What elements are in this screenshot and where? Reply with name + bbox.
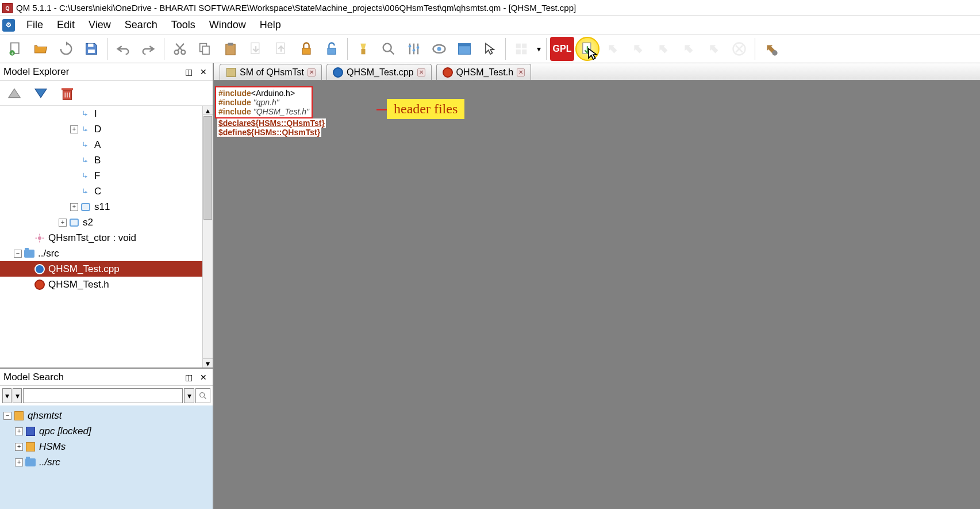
arrow-icon [80, 155, 91, 166]
cut-button[interactable] [168, 37, 192, 61]
scroll-down-icon[interactable]: ▾ [203, 358, 213, 368]
tree-item-a[interactable]: A [0, 137, 213, 152]
svg-rect-40 [62, 88, 73, 90]
tree-scrollbar[interactable]: ▴ ▾ [202, 106, 213, 368]
grid-button[interactable] [509, 37, 533, 61]
model-search-header: Model Search ◫ ✕ [0, 369, 213, 386]
redo-button[interactable] [136, 37, 160, 61]
panel-close-icon[interactable]: ✕ [198, 66, 209, 78]
build-button-5[interactable] [702, 37, 726, 61]
copy-button[interactable] [193, 37, 217, 61]
view-button[interactable] [427, 37, 451, 61]
nav-down-icon[interactable] [30, 82, 52, 104]
panel-close-icon[interactable]: ✕ [198, 372, 209, 383]
menu-search[interactable]: Search [118, 17, 164, 33]
scroll-up-icon[interactable]: ▴ [203, 106, 213, 115]
tab-sm-of-qhsmtst[interactable]: SM of QHsmTst✕ [220, 64, 322, 80]
tab-close-icon[interactable]: ✕ [308, 68, 316, 76]
tree-expander-icon[interactable]: + [15, 427, 23, 435]
tree-item-c[interactable]: C [0, 183, 213, 199]
tree-item-qhsm-test-h[interactable]: QHSM_Test.h [0, 277, 213, 292]
search-item-qhsmtst[interactable]: −qhsmtst [1, 408, 212, 423]
generate-code-button[interactable] [575, 37, 599, 61]
build-button-2[interactable] [626, 37, 650, 61]
tree-expander-icon[interactable]: − [14, 250, 22, 258]
tree-expander-icon[interactable]: + [70, 203, 78, 211]
menu-window[interactable]: Window [202, 17, 253, 33]
header-files-box: #include<Arduino.h> #include "qpn.h" #in… [215, 86, 313, 118]
search-tree[interactable]: −qhsmtst+qpc [locked]+HSMs+../src [0, 405, 213, 509]
search-go-button[interactable] [195, 388, 210, 403]
menu-view[interactable]: View [82, 17, 118, 33]
cancel-build-button[interactable] [727, 37, 751, 61]
new-button[interactable]: + [3, 37, 28, 61]
tree-expander-icon[interactable]: + [15, 443, 23, 451]
menu-edit[interactable]: Edit [50, 17, 82, 33]
tree-expander-icon[interactable]: − [3, 412, 11, 420]
svg-point-49 [200, 393, 205, 397]
scroll-thumb[interactable] [203, 116, 212, 220]
panel-restore-icon[interactable]: ◫ [183, 372, 194, 383]
h-icon [443, 67, 453, 78]
gpl-button[interactable]: GPL [550, 37, 574, 61]
build-button-4[interactable] [677, 37, 701, 61]
tree-item-qhsm-test-cpp[interactable]: QHSM_Test.cpp [0, 261, 213, 277]
svg-rect-30 [516, 43, 521, 48]
search-item-hsms[interactable]: +HSMs [1, 439, 212, 454]
grid-dropdown[interactable]: ▾ [535, 44, 543, 53]
tree-expander-icon[interactable]: + [59, 219, 67, 227]
delete-icon[interactable] [56, 82, 78, 104]
panel-button[interactable] [452, 37, 476, 61]
menu-tools[interactable]: Tools [164, 17, 202, 33]
search-dropdown-icon[interactable]: ▾ [184, 388, 194, 403]
tree-item-d[interactable]: +D [0, 121, 213, 137]
search-input[interactable] [23, 388, 183, 403]
import-button[interactable] [244, 37, 268, 61]
nav-up-icon[interactable] [3, 82, 25, 104]
tab-label: QHSM_Test.cpp [347, 67, 413, 78]
tree-item-qhsmtst-ctor---void[interactable]: QHsmTst_ctor : void [0, 230, 213, 246]
search-next-icon[interactable]: ▾ [13, 388, 22, 403]
tree-item-s11[interactable]: +s11 [0, 199, 213, 215]
refresh-button[interactable] [54, 37, 78, 61]
tree-item-b[interactable]: B [0, 152, 213, 168]
editor-content[interactable]: #include<Arduino.h> #include "qpn.h" #in… [214, 81, 980, 509]
panel-restore-icon[interactable]: ◫ [183, 66, 194, 78]
tree-item-i[interactable]: I [0, 106, 213, 121]
model-tree[interactable]: I+DABFC+s11+s2QHsmTst_ctor : void−../src… [0, 106, 213, 368]
toolbar-separator [505, 38, 506, 60]
lock-button[interactable] [294, 37, 318, 61]
app-icon: Q [2, 3, 13, 13]
tree-item-label: s11 [94, 201, 110, 213]
tree-item-f[interactable]: F [0, 168, 213, 183]
tab-qhsm-test-cpp[interactable]: QHSM_Test.cpp✕ [326, 64, 431, 80]
code-string: "QHSM_Test.h" [253, 107, 309, 116]
open-button[interactable] [29, 37, 53, 61]
search-item-qpc--locked-[interactable]: +qpc [locked] [1, 423, 212, 439]
tool-settings-button[interactable] [759, 37, 783, 61]
select-button[interactable] [478, 37, 502, 61]
paste-button[interactable] [218, 37, 243, 61]
tab-close-icon[interactable]: ✕ [417, 68, 425, 76]
tab-qhsm-test-h[interactable]: QHSM_Test.h✕ [436, 64, 532, 80]
unlock-button[interactable] [320, 37, 344, 61]
build-button-3[interactable] [651, 37, 675, 61]
code-keyword: #include [218, 98, 251, 107]
save-button[interactable] [79, 37, 103, 61]
tree-item-s2[interactable]: +s2 [0, 215, 213, 230]
menu-file[interactable]: File [20, 17, 50, 33]
export-button[interactable] [269, 37, 293, 61]
zoom-button[interactable] [376, 37, 401, 61]
tree-item-label: QHsmTst_ctor : void [48, 232, 136, 244]
tree-expander-icon[interactable]: + [70, 125, 78, 133]
settings-button[interactable] [402, 37, 426, 61]
undo-button[interactable] [111, 37, 135, 61]
tree-expander-icon[interactable]: + [15, 458, 23, 466]
tab-close-icon[interactable]: ✕ [517, 68, 525, 76]
search-prev-icon[interactable]: ▾ [2, 388, 11, 403]
build-button-1[interactable] [601, 37, 625, 61]
menu-help[interactable]: Help [253, 17, 288, 33]
search-item----src[interactable]: +../src [1, 454, 212, 470]
tree-item----src[interactable]: −../src [0, 246, 213, 261]
clean-button[interactable] [351, 37, 375, 61]
